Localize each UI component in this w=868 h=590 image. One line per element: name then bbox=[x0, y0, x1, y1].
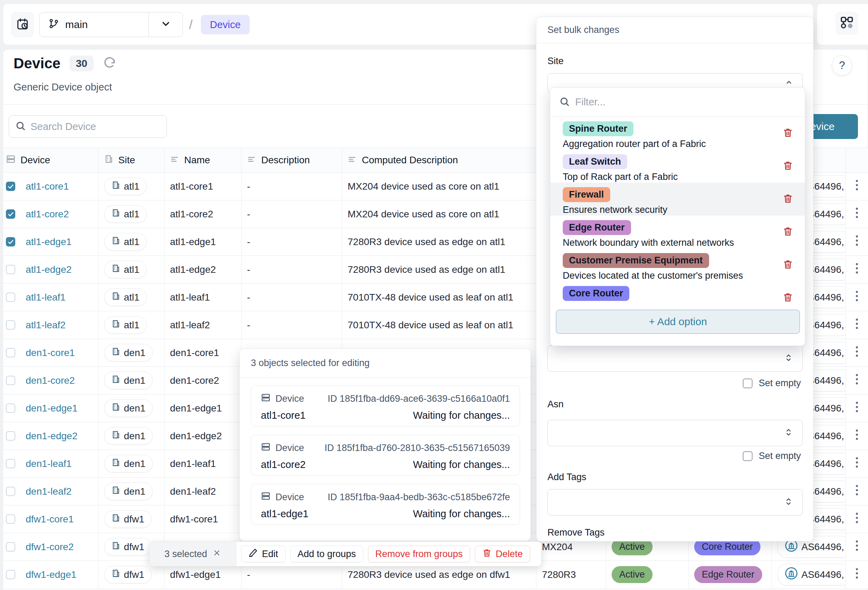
kebab-menu-icon[interactable] bbox=[855, 539, 859, 555]
branch-selector[interactable]: main bbox=[39, 12, 183, 37]
device-link[interactable]: den1-edge2 bbox=[26, 431, 77, 441]
kebab-menu-icon[interactable] bbox=[855, 511, 859, 527]
row-checkbox[interactable] bbox=[6, 459, 15, 468]
delete-button[interactable]: Delete bbox=[475, 546, 530, 562]
schema-button[interactable] bbox=[836, 12, 858, 34]
site-pill[interactable]: atl1 bbox=[104, 205, 147, 223]
site-pill[interactable]: dfw1 bbox=[104, 510, 152, 528]
time-travel-button[interactable] bbox=[12, 12, 34, 37]
site-pill[interactable]: atl1 bbox=[104, 178, 147, 195]
kebab-menu-icon[interactable] bbox=[855, 372, 859, 388]
column-header-name[interactable]: Name bbox=[164, 148, 241, 172]
dropdown-option[interactable]: Leaf SwitchTop of Rack part of a Fabric bbox=[550, 150, 805, 183]
branch-current[interactable]: main bbox=[40, 12, 149, 37]
device-link[interactable]: atl1-edge1 bbox=[26, 237, 71, 247]
help-button[interactable]: ? bbox=[832, 56, 852, 76]
device-link[interactable]: atl1-leaf2 bbox=[26, 319, 66, 331]
kebab-menu-icon[interactable] bbox=[855, 261, 859, 278]
kebab-menu-icon[interactable] bbox=[855, 234, 859, 250]
kebab-menu-icon[interactable] bbox=[855, 344, 859, 361]
trash-icon[interactable] bbox=[783, 160, 793, 172]
add-to-groups-button[interactable]: Add to groups bbox=[290, 546, 363, 562]
device-link[interactable]: den1-edge1 bbox=[26, 403, 77, 414]
device-cell: atl1-edge2 bbox=[3, 256, 99, 283]
device-link[interactable]: dfw1-core1 bbox=[26, 514, 74, 525]
site-pill[interactable]: den1 bbox=[104, 344, 153, 362]
dropdown-option[interactable]: Edge RouterNetwork boundary with externa… bbox=[550, 216, 805, 249]
breadcrumb-device[interactable]: Device bbox=[201, 15, 250, 34]
device-link[interactable]: atl1-core2 bbox=[26, 209, 69, 220]
row-checkbox[interactable] bbox=[6, 209, 15, 219]
kebab-menu-icon[interactable] bbox=[855, 483, 859, 500]
trash-icon[interactable] bbox=[783, 259, 793, 271]
row-checkbox[interactable] bbox=[6, 265, 15, 274]
row-checkbox[interactable] bbox=[6, 376, 15, 385]
kebab-menu-icon[interactable] bbox=[855, 566, 859, 583]
row-checkbox[interactable] bbox=[6, 403, 15, 413]
set-empty-checkbox[interactable] bbox=[743, 451, 753, 461]
asn-select[interactable] bbox=[548, 420, 803, 446]
device-link[interactable]: atl1-leaf1 bbox=[26, 292, 66, 303]
remove-from-groups-button[interactable]: Remove from groups bbox=[368, 546, 470, 562]
row-checkbox[interactable] bbox=[6, 487, 15, 496]
column-header-site[interactable]: Site bbox=[99, 148, 164, 172]
edit-button[interactable]: Edit bbox=[241, 546, 285, 562]
set-empty-checkbox[interactable] bbox=[743, 378, 753, 388]
site-pill[interactable]: den1 bbox=[104, 399, 153, 417]
close-icon[interactable] bbox=[213, 549, 221, 559]
dropdown-filter-input[interactable] bbox=[575, 96, 796, 108]
row-checkbox[interactable] bbox=[6, 320, 15, 330]
kebab-menu-icon[interactable] bbox=[855, 178, 859, 194]
site-pill[interactable]: atl1 bbox=[104, 288, 147, 306]
kebab-menu-icon[interactable] bbox=[855, 400, 859, 416]
device-link[interactable]: atl1-edge2 bbox=[26, 264, 71, 275]
column-header-description[interactable]: Description bbox=[241, 148, 342, 172]
dropdown-option[interactable]: FirewallEnsures network security bbox=[550, 183, 805, 216]
site-pill[interactable]: dfw1 bbox=[104, 566, 152, 583]
row-checkbox[interactable] bbox=[6, 431, 15, 441]
kebab-menu-icon[interactable] bbox=[855, 456, 859, 472]
refresh-icon[interactable] bbox=[103, 56, 117, 71]
site-pill[interactable]: den1 bbox=[104, 427, 153, 445]
dropdown-option[interactable]: Spine RouterAggregation router part of a… bbox=[550, 117, 805, 150]
site-pill[interactable]: dfw1 bbox=[104, 538, 152, 556]
column-header-computed-description[interactable]: Computed Description bbox=[342, 148, 536, 172]
trash-icon[interactable] bbox=[783, 292, 793, 304]
column-header-device[interactable]: Device bbox=[3, 148, 99, 172]
search-input[interactable] bbox=[31, 121, 161, 132]
device-link[interactable]: den1-core1 bbox=[26, 347, 75, 358]
device-link[interactable]: den1-leaf2 bbox=[26, 486, 71, 497]
add-tags-select[interactable] bbox=[548, 489, 803, 515]
device-link[interactable]: dfw1-core2 bbox=[26, 541, 74, 553]
row-checkbox[interactable] bbox=[6, 570, 15, 579]
site-pill[interactable]: den1 bbox=[104, 455, 153, 472]
kebab-menu-icon[interactable] bbox=[855, 289, 859, 305]
trash-icon[interactable] bbox=[783, 226, 793, 238]
trash-icon[interactable] bbox=[783, 193, 793, 205]
device-link[interactable]: den1-leaf1 bbox=[26, 458, 71, 469]
row-checkbox[interactable] bbox=[6, 237, 15, 246]
row-checkbox[interactable] bbox=[6, 182, 15, 191]
kebab-menu-icon[interactable] bbox=[855, 206, 859, 222]
site-pill[interactable]: atl1 bbox=[104, 261, 147, 278]
site-pill[interactable]: atl1 bbox=[104, 233, 147, 251]
device-link[interactable]: dfw1-edge1 bbox=[26, 569, 76, 580]
device-link[interactable]: den1-core2 bbox=[26, 375, 75, 386]
row-checkbox[interactable] bbox=[6, 542, 15, 552]
site-pill[interactable]: den1 bbox=[104, 483, 153, 500]
site-pill[interactable]: atl1 bbox=[104, 316, 147, 334]
trash-icon[interactable] bbox=[783, 127, 793, 139]
site-pill[interactable]: den1 bbox=[104, 372, 153, 389]
asn-pill[interactable]: AS64496, bbox=[778, 564, 846, 586]
row-checkbox[interactable] bbox=[6, 348, 15, 358]
kebab-menu-icon[interactable] bbox=[855, 317, 859, 333]
add-option-button[interactable]: + Add option bbox=[556, 310, 800, 334]
branch-dropdown-toggle[interactable] bbox=[149, 12, 183, 37]
device-link[interactable]: atl1-core1 bbox=[26, 181, 69, 192]
kebab-menu-icon[interactable] bbox=[855, 428, 859, 444]
dropdown-option[interactable]: Customer Premise EquipmentDevices locate… bbox=[550, 249, 805, 281]
row-checkbox[interactable] bbox=[6, 514, 15, 524]
device-type-cell: 7280R3 bbox=[536, 561, 606, 588]
status-select[interactable] bbox=[548, 345, 803, 372]
row-checkbox[interactable] bbox=[6, 293, 15, 302]
